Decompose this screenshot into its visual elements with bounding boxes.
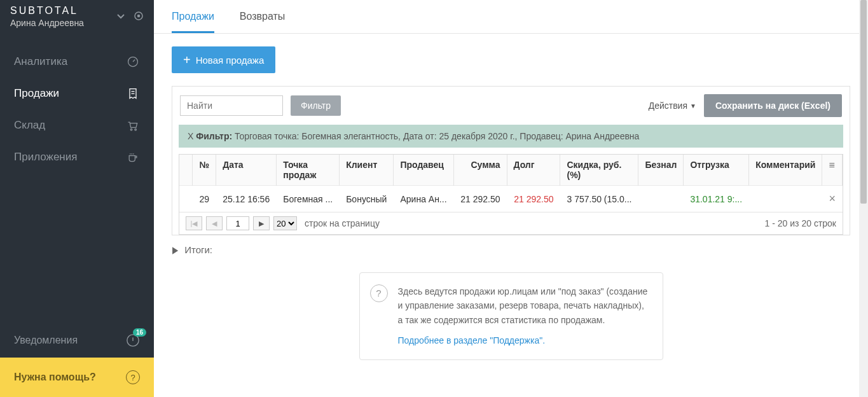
new-sale-label: Новая продажа <box>196 55 265 66</box>
col-select[interactable] <box>179 155 193 186</box>
triangle-right-icon: ▶ <box>172 244 179 256</box>
col-client[interactable]: Клиент <box>340 155 394 186</box>
actions-label: Действия <box>649 101 687 111</box>
username: Арина Андреевна <box>10 18 84 28</box>
col-seller[interactable]: Продавец <box>394 155 453 186</box>
cell-debt: 21 292.50 <box>507 186 560 212</box>
cell-client: Бонусный <box>340 186 394 212</box>
pager-per-page-label: строк на страницу <box>305 218 380 228</box>
nav-warehouse[interactable]: Склад <box>0 109 154 141</box>
cup-icon <box>126 150 140 164</box>
question-icon: ? <box>370 284 388 302</box>
target-icon[interactable] <box>134 11 144 23</box>
col-cashless[interactable]: Безнал <box>638 155 684 186</box>
filter-text: Торговая точка: Богемная элегантность, Д… <box>235 131 639 141</box>
cell-point: Богемная ... <box>277 186 340 212</box>
save-excel-button[interactable]: Сохранить на диск (Excel) <box>704 94 842 117</box>
panel: Фильтр Действия ▼ Сохранить на диск (Exc… <box>172 86 850 235</box>
svg-point-1 <box>138 15 140 17</box>
receipt-icon <box>126 87 140 101</box>
cell-discount: 3 757.50 (15.0... <box>560 186 638 212</box>
help-text: Здесь ведутся продажи юр.лицам или "под … <box>398 284 651 327</box>
pager-page-input[interactable] <box>226 216 249 230</box>
plus-icon: + <box>183 53 191 66</box>
gauge-icon <box>126 55 140 69</box>
col-menu[interactable]: ≡ <box>822 155 843 186</box>
col-shipment[interactable]: Отгрузка <box>684 155 749 186</box>
col-point[interactable]: Точка продаж <box>277 155 340 186</box>
triangle-down-icon: ▼ <box>690 102 696 109</box>
nav: Аналитика Продажи Склад Приложения <box>0 46 154 323</box>
cell-date: 25.12 16:56 <box>216 186 277 212</box>
sidebar-header: SUBTOTAL Арина Андреевна <box>0 0 154 33</box>
actions-dropdown[interactable]: Действия ▼ <box>649 101 696 111</box>
notifications-badge: 16 <box>133 328 146 337</box>
brand: SUBTOTAL <box>10 5 84 17</box>
cell-num: 29 <box>193 186 216 212</box>
toolbar: Фильтр Действия ▼ Сохранить на диск (Exc… <box>172 87 850 125</box>
nav-label: Склад <box>14 119 45 132</box>
help-link[interactable]: Подробнее в разделе "Поддержка". <box>398 335 546 345</box>
clear-filter-icon[interactable]: X <box>188 131 193 141</box>
totals-label: Итоги: <box>184 244 212 255</box>
table: № Дата Точка продаж Клиент Продавец Сумм… <box>179 154 843 235</box>
pager: |◀ ◀ ▶ 20 строк на страницу 1 - 20 из 20… <box>179 212 843 234</box>
svg-point-3 <box>130 129 132 130</box>
hamburger-icon[interactable]: ≡ <box>829 160 834 171</box>
pager-size-select[interactable]: 20 <box>273 216 297 230</box>
col-sum[interactable]: Сумма <box>453 155 507 186</box>
help-box: ? Здесь ведутся продажи юр.лицам или "по… <box>359 272 663 360</box>
scrollbar[interactable] <box>859 0 868 397</box>
new-sale-button[interactable]: + Новая продажа <box>172 46 275 73</box>
notifications-label: Уведомления <box>14 335 78 346</box>
col-discount[interactable]: Скидка, руб. (%) <box>560 155 638 186</box>
nav-label: Приложения <box>14 151 77 164</box>
nav-help[interactable]: Нужна помощь? ? <box>0 358 154 397</box>
pager-info: 1 - 20 из 20 строк <box>765 218 836 228</box>
tab-returns[interactable]: Возвраты <box>240 11 286 33</box>
totals-toggle[interactable]: ▶ Итоги: <box>172 244 850 256</box>
question-icon: ? <box>126 370 140 384</box>
nav-label: Продажи <box>14 87 59 100</box>
tab-sales[interactable]: Продажи <box>172 11 214 33</box>
col-debt[interactable]: Долг <box>507 155 560 186</box>
cell-comment <box>749 186 822 212</box>
scrollbar-thumb[interactable] <box>860 0 867 204</box>
close-icon[interactable]: × <box>829 192 836 205</box>
nav-label: Аналитика <box>14 55 67 68</box>
nav-apps[interactable]: Приложения <box>0 141 154 173</box>
filter-prefix: Фильтр: <box>196 131 232 141</box>
cart-icon <box>126 118 140 132</box>
nav-notifications[interactable]: Уведомления 16 <box>0 323 154 358</box>
alert-icon: 16 <box>126 333 140 347</box>
pager-next-button[interactable]: ▶ <box>253 216 270 230</box>
table-row[interactable]: 29 25.12 16:56 Богемная ... Бонусный Ари… <box>179 186 843 212</box>
table-header-row: № Дата Точка продаж Клиент Продавец Сумм… <box>179 155 843 186</box>
filter-button[interactable]: Фильтр <box>291 95 341 116</box>
tabs: Продажи Возвраты <box>154 0 868 34</box>
cell-shipment: 31.01.21 9:... <box>684 186 749 212</box>
col-date[interactable]: Дата <box>216 155 277 186</box>
main: Продажи Возвраты + Новая продажа Фильтр … <box>154 0 868 397</box>
nav-sales[interactable]: Продажи <box>0 78 154 109</box>
pager-prev-button[interactable]: ◀ <box>206 216 223 230</box>
pager-first-button[interactable]: |◀ <box>186 216 202 230</box>
nav-analytics[interactable]: Аналитика <box>0 46 154 78</box>
col-comment[interactable]: Комментарий <box>749 155 822 186</box>
sidebar: SUBTOTAL Арина Андреевна Аналитика П <box>0 0 154 397</box>
col-num[interactable]: № <box>193 155 216 186</box>
help-label: Нужна помощь? <box>14 372 96 383</box>
search-input[interactable] <box>180 95 283 116</box>
cell-sum: 21 292.50 <box>453 186 507 212</box>
cell-cashless <box>638 186 684 212</box>
cell-seller: Арина Ан... <box>394 186 453 212</box>
filter-bar: X Фильтр: Торговая точка: Богемная элега… <box>179 125 843 148</box>
svg-point-4 <box>135 129 137 130</box>
chevron-down-icon[interactable] <box>116 11 126 23</box>
